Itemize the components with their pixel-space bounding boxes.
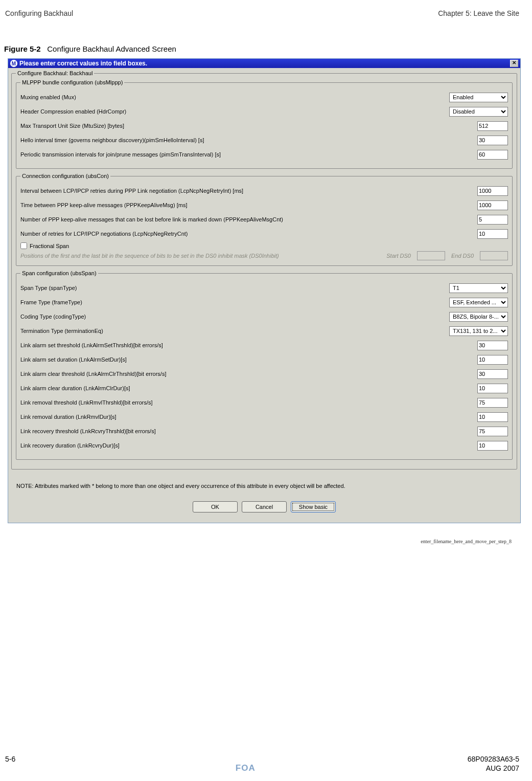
spantype-select[interactable]: T1 bbox=[449, 283, 508, 293]
row-label: Max Transport Unit Size (MtuSize) [bytes… bbox=[20, 123, 449, 129]
row-codingtype: Coding Type (codingType) B8ZS, Bipolar 8… bbox=[20, 311, 508, 322]
termination-select[interactable]: TX131, 131 to 2... bbox=[449, 326, 508, 336]
ds0inhibit-label: Positions of the first and the last bit … bbox=[20, 253, 380, 259]
row-label: Link alarm set duration (LnkAlrmSetDur)[… bbox=[20, 356, 449, 363]
mtusize-input[interactable] bbox=[477, 121, 508, 131]
dialog-window: M Please enter correct values into field… bbox=[8, 58, 521, 523]
mlppp-fieldset: MLPPP bundle configuration (ubsMlppp) Mu… bbox=[16, 79, 513, 169]
show-basic-button[interactable]: Show basic bbox=[291, 501, 336, 512]
row-label: Link recovery duration (LnkRcvryDur)[s] bbox=[20, 442, 449, 449]
conn-fieldset: Connection configuration (ubsCon) Interv… bbox=[16, 173, 513, 266]
row-label: Number of retries for LCP/IPCP negotiati… bbox=[20, 231, 449, 237]
row-lcp-cnt: Number of retries for LCP/IPCP negotiati… bbox=[20, 228, 508, 239]
hdrcompr-select[interactable]: Disabled bbox=[449, 107, 508, 117]
running-head-right: Chapter 5: Leave the Site bbox=[438, 9, 519, 17]
doc-date: AUG 2007 bbox=[486, 764, 519, 772]
row-mux: Muxing enabled (Mux) Enabled bbox=[20, 92, 508, 103]
row-spantype: Span Type (spanType) T1 bbox=[20, 282, 508, 294]
codingtype-select[interactable]: B8ZS, Bipolar 8-... bbox=[449, 312, 508, 322]
start-ds0-label: Start DS0 bbox=[386, 253, 411, 259]
row-label: Link alarm set threshold (LnkAlrmSetThrs… bbox=[20, 342, 449, 348]
close-icon[interactable]: ✕ bbox=[510, 60, 518, 67]
row-frametype: Frame Type (frameType) ESF, Extended ... bbox=[20, 297, 508, 308]
mux-select[interactable]: Enabled bbox=[449, 93, 508, 102]
alarmset-thr-input[interactable] bbox=[477, 341, 508, 350]
keepalive-cnt-input[interactable] bbox=[477, 215, 508, 225]
rcvry-dur-input[interactable] bbox=[477, 441, 508, 451]
titlebar: M Please enter correct values into field… bbox=[8, 59, 520, 68]
ok-button[interactable]: OK bbox=[193, 501, 238, 512]
periodic-input[interactable] bbox=[477, 150, 508, 160]
page-number: 5-6 bbox=[5, 755, 15, 763]
rcvry-thr-input[interactable] bbox=[477, 427, 508, 436]
row-periodic: Periodic transmission intervals for join… bbox=[20, 149, 508, 160]
fractional-span-label: Fractional Span bbox=[30, 243, 69, 249]
outer-legend: Configure Backhaul: Backhaul bbox=[16, 70, 94, 76]
row-alarmset-dur: Link alarm set duration (LnkAlrmSetDur)[… bbox=[20, 354, 508, 365]
conn-legend: Connection configuration (ubsCon) bbox=[20, 173, 110, 179]
row-label: Hello interval timer (governs neighbour … bbox=[20, 137, 449, 143]
row-label: Header Compression enabled (HdrCompr) bbox=[20, 108, 449, 115]
row-label: Frame Type (frameType) bbox=[20, 299, 449, 305]
fractional-span-checkbox[interactable] bbox=[20, 242, 27, 249]
row-hdrcompr: Header Compression enabled (HdrCompr) Di… bbox=[20, 106, 508, 117]
span-fieldset: Span configuration (ubsSpan) Span Type (… bbox=[16, 270, 513, 460]
row-label: Span Type (spanType) bbox=[20, 285, 449, 291]
figure-caption: Figure 5-2 Configure Backhaul Advanced S… bbox=[0, 21, 532, 58]
row-label: Link alarm clear threshold (LnkAlrmClrTh… bbox=[20, 371, 449, 377]
alarmclr-dur-input[interactable] bbox=[477, 384, 508, 393]
lcp-cnt-input[interactable] bbox=[477, 229, 508, 239]
row-label: Link removal duration (LnkRmvlDur)[s] bbox=[20, 414, 449, 420]
row-keepalive: Time between PPP keep-alive messages (PP… bbox=[20, 199, 508, 211]
row-label: Interval between LCP/IPCP retries during… bbox=[20, 188, 449, 194]
row-mtusize: Max Transport Unit Size (MtuSize) [bytes… bbox=[20, 120, 508, 131]
row-rmvl-thr: Link removal threshold (LnkRmvlThrshld)[… bbox=[20, 397, 508, 408]
image-ref-text: enter_filename_here_and_move_per_step_8 bbox=[0, 523, 532, 544]
hello-input[interactable] bbox=[477, 136, 508, 145]
row-alarmclr-thr: Link alarm clear threshold (LnkAlrmClrTh… bbox=[20, 368, 508, 380]
figure-label: Figure 5-2 bbox=[4, 44, 41, 53]
end-ds0-input bbox=[480, 251, 508, 260]
note-text: NOTE: Attributes marked with * belong to… bbox=[11, 474, 517, 501]
row-alarmset-thr: Link alarm set threshold (LnkAlrmSetThrs… bbox=[20, 340, 508, 351]
keepalive-input[interactable] bbox=[477, 200, 508, 210]
rmvl-thr-input[interactable] bbox=[477, 398, 508, 408]
row-rcvry-thr: Link recovery threshold (LnkRcvryThrshld… bbox=[20, 426, 508, 437]
row-keepalive-cnt: Number of PPP keep-alive messages that c… bbox=[20, 214, 508, 225]
row-alarmclr-dur: Link alarm clear duration (LnkAlrmClrDur… bbox=[20, 383, 508, 394]
row-label: Termination Type (terminationEq) bbox=[20, 328, 449, 334]
frametype-select[interactable]: ESF, Extended ... bbox=[449, 298, 508, 307]
row-rmvl-dur: Link removal duration (LnkRmvlDur)[s] bbox=[20, 411, 508, 422]
ds0-disabled-row: Positions of the first and the last bit … bbox=[20, 251, 508, 260]
row-label: Link removal threshold (LnkRmvlThrshld)[… bbox=[20, 399, 449, 406]
row-label: Link recovery threshold (LnkRcvryThrshld… bbox=[20, 428, 449, 434]
row-label: Number of PPP keep-alive messages that c… bbox=[20, 216, 449, 222]
row-termination: Termination Type (terminationEq) TX131, … bbox=[20, 325, 508, 337]
dialog-title: Please enter correct values into field b… bbox=[19, 60, 147, 67]
row-lcp-int: Interval between LCP/IPCP retries during… bbox=[20, 185, 508, 196]
figure-title: Configure Backhaul Advanced Screen bbox=[47, 44, 176, 53]
span-legend: Span configuration (ubsSpan) bbox=[20, 270, 98, 276]
row-label: Time between PPP keep-alive messages (PP… bbox=[20, 202, 449, 208]
end-ds0-label: End DS0 bbox=[451, 253, 474, 259]
row-rcvry-dur: Link recovery duration (LnkRcvryDur)[s] bbox=[20, 440, 508, 451]
foa-label: FOA bbox=[5, 763, 486, 773]
alarmclr-thr-input[interactable] bbox=[477, 369, 508, 379]
start-ds0-input bbox=[417, 251, 445, 260]
row-hello: Hello interval timer (governs neighbour … bbox=[20, 135, 508, 146]
row-label: Coding Type (codingType) bbox=[20, 314, 449, 320]
outer-fieldset: Configure Backhaul: Backhaul MLPPP bundl… bbox=[11, 70, 517, 470]
doc-number: 68P09283A63-5 bbox=[468, 755, 519, 763]
app-icon: M bbox=[10, 60, 17, 67]
lcp-int-input[interactable] bbox=[477, 186, 508, 196]
row-label: Muxing enabled (Mux) bbox=[20, 94, 449, 100]
cancel-button[interactable]: Cancel bbox=[242, 501, 287, 512]
mlppp-legend: MLPPP bundle configuration (ubsMlppp) bbox=[20, 79, 124, 85]
alarmset-dur-input[interactable] bbox=[477, 355, 508, 365]
row-label: Link alarm clear duration (LnkAlrmClrDur… bbox=[20, 385, 449, 391]
running-head-left: Configuring Backhaul bbox=[5, 9, 73, 17]
row-label: Periodic transmission intervals for join… bbox=[20, 151, 449, 158]
rmvl-dur-input[interactable] bbox=[477, 412, 508, 422]
